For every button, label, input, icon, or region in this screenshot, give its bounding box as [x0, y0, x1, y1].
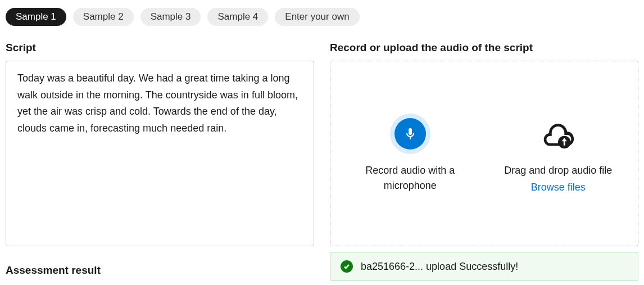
record-button[interactable]	[390, 114, 430, 154]
tab-sample-3[interactable]: Sample 3	[140, 8, 201, 26]
success-check-icon	[341, 260, 353, 273]
tab-enter-own[interactable]: Enter your own	[275, 8, 359, 26]
script-column: Script Assessment result	[6, 42, 314, 281]
tab-sample-4[interactable]: Sample 4	[207, 8, 268, 26]
svg-rect-0	[410, 137, 411, 139]
upload-heading: Record or upload the audio of the script	[330, 42, 638, 54]
browse-files-link[interactable]: Browse files	[531, 182, 586, 193]
assessment-heading: Assessment result	[6, 264, 314, 277]
script-heading: Script	[6, 42, 314, 54]
content-row: Script Assessment result Record or uploa…	[6, 42, 638, 281]
sample-tabs: Sample 1 Sample 2 Sample 3 Sample 4 Ente…	[6, 8, 638, 26]
cloud-upload-icon	[541, 114, 575, 154]
tab-sample-2[interactable]: Sample 2	[73, 8, 134, 26]
upload-status-message: ba251666-2... upload Successfully!	[361, 261, 518, 273]
dragdrop-option: Drag and drop audio file Browse files	[492, 114, 625, 193]
record-option: Record audio with a microphone	[343, 114, 477, 193]
record-label: Record audio with a microphone	[343, 163, 477, 193]
tab-sample-1[interactable]: Sample 1	[6, 8, 66, 26]
script-textarea[interactable]	[6, 61, 314, 246]
upload-dropzone[interactable]: Record audio with a microphone Drag and …	[330, 61, 638, 246]
upload-column: Record or upload the audio of the script…	[330, 42, 638, 281]
microphone-icon	[394, 118, 426, 150]
upload-status-banner: ba251666-2... upload Successfully!	[330, 252, 638, 281]
dragdrop-label: Drag and drop audio file	[504, 163, 612, 178]
